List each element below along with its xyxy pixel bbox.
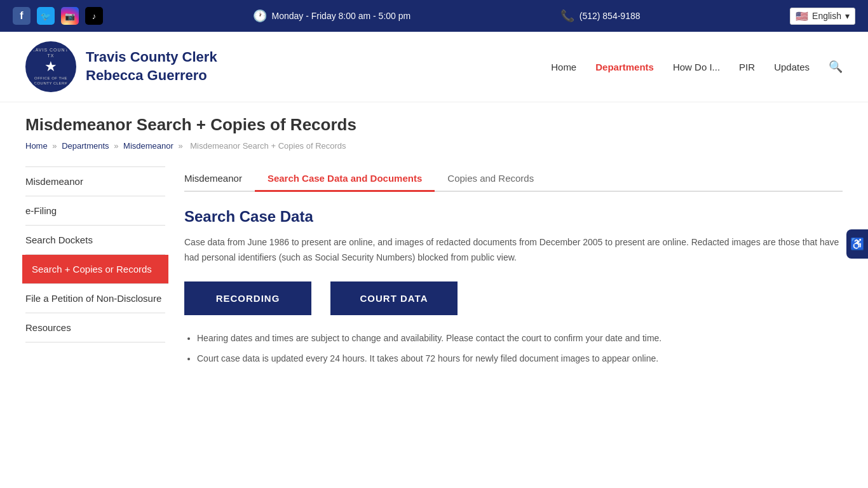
title-line2: Rebecca Guerrero (86, 67, 207, 83)
tiktok-icon[interactable]: ♪ (85, 7, 103, 25)
tabs: Misdemeanor Search Case Data and Documen… (184, 166, 843, 192)
breadcrumb-home[interactable]: Home (25, 141, 48, 151)
info-item-hearing: Hearing dates and times are subject to c… (197, 331, 843, 345)
breadcrumb-current: Misdemeanor Search + Copies of Records (190, 141, 346, 151)
instagram-icon[interactable]: 📷 (61, 7, 79, 25)
twitter-icon[interactable]: 🐦 (37, 7, 55, 25)
title-line1: Travis County Clerk (86, 49, 217, 65)
hours-text: Monday - Friday 8:00 am - 5:00 pm (272, 11, 411, 21)
phone-number: (512) 854-9188 (580, 11, 641, 21)
nav-updates[interactable]: Updates (774, 62, 810, 72)
action-buttons: RECORDING COURT DATA (184, 281, 843, 315)
main-nav: Home Departments How Do I... PIR Updates… (551, 60, 843, 74)
top-bar: f 🐦 📷 ♪ 🕐 Monday - Friday 8:00 am - 5:00… (0, 0, 868, 32)
breadcrumb-sep3: » (178, 141, 185, 151)
sidebar-item-petition[interactable]: File a Petition of Non-Disclosure (25, 284, 165, 313)
site-header: TRAVIS COUNTY, TX ★ OFFICE OF THE COUNTY… (0, 32, 868, 102)
phone-icon: 📞 (560, 9, 574, 23)
sidebar-item-resources[interactable]: Resources (25, 313, 165, 342)
tab-misdemeanor[interactable]: Misdemeanor (184, 166, 255, 192)
sidebar-item-search-copies[interactable]: Search + Copies or Records (22, 255, 168, 284)
tab-search-case-data[interactable]: Search Case Data and Documents (255, 166, 435, 192)
breadcrumb-misdemeanor[interactable]: Misdemeanor (123, 141, 173, 151)
breadcrumb: Home » Departments » Misdemeanor » Misde… (25, 141, 843, 151)
info-item-updates: Court case data is updated every 24 hour… (197, 351, 843, 365)
nav-departments[interactable]: Departments (595, 62, 654, 72)
section-description: Case data from June 1986 to present are … (184, 235, 843, 266)
breadcrumb-sep2: » (114, 141, 121, 151)
site-title: Travis County Clerk Rebecca Guerrero (86, 48, 217, 85)
page-content: Misdemeanor Search + Copies of Records H… (0, 102, 868, 384)
sidebar-item-search-dockets[interactable]: Search Dockets (25, 226, 165, 255)
facebook-icon[interactable]: f (13, 7, 31, 25)
info-list: Hearing dates and times are subject to c… (184, 331, 843, 366)
tab-copies-records[interactable]: Copies and Records (435, 166, 546, 192)
logo-area: TRAVIS COUNTY, TX ★ OFFICE OF THE COUNTY… (25, 41, 217, 92)
content-layout: Misdemeanor e-Filing Search Dockets Sear… (25, 166, 843, 372)
phone-info: 📞 (512) 854-9188 (560, 9, 641, 23)
social-links: f 🐦 📷 ♪ (13, 7, 103, 25)
clock-icon: 🕐 (253, 9, 267, 23)
section-title: Search Case Data (184, 208, 843, 226)
language-label: English (812, 11, 841, 21)
language-selector[interactable]: 🇺🇸 English ▾ (790, 8, 855, 25)
main-content: Misdemeanor Search Case Data and Documen… (184, 166, 843, 372)
nav-pir[interactable]: PIR (739, 62, 755, 72)
nav-home[interactable]: Home (551, 62, 576, 72)
recording-button[interactable]: RECORDING (184, 281, 311, 315)
star-icon: ★ (27, 58, 74, 75)
accessibility-button[interactable]: ♿ (846, 229, 868, 259)
language-flag: 🇺🇸 (796, 10, 808, 22)
page-title: Misdemeanor Search + Copies of Records (25, 115, 843, 135)
sidebar-item-misdemeanor[interactable]: Misdemeanor (25, 166, 165, 196)
hours-info: 🕐 Monday - Friday 8:00 am - 5:00 pm (253, 9, 411, 23)
nav-how-do-i[interactable]: How Do I... (673, 62, 720, 72)
site-logo: TRAVIS COUNTY, TX ★ OFFICE OF THE COUNTY… (25, 41, 76, 92)
accessibility-icon: ♿ (850, 237, 864, 251)
sidebar: Misdemeanor e-Filing Search Dockets Sear… (25, 166, 165, 372)
court-data-button[interactable]: COURT DATA (330, 281, 458, 315)
chevron-down-icon: ▾ (845, 11, 850, 21)
sidebar-item-efiling[interactable]: e-Filing (25, 196, 165, 226)
breadcrumb-departments[interactable]: Departments (62, 141, 109, 151)
search-icon[interactable]: 🔍 (829, 60, 843, 74)
breadcrumb-sep1: » (52, 141, 59, 151)
